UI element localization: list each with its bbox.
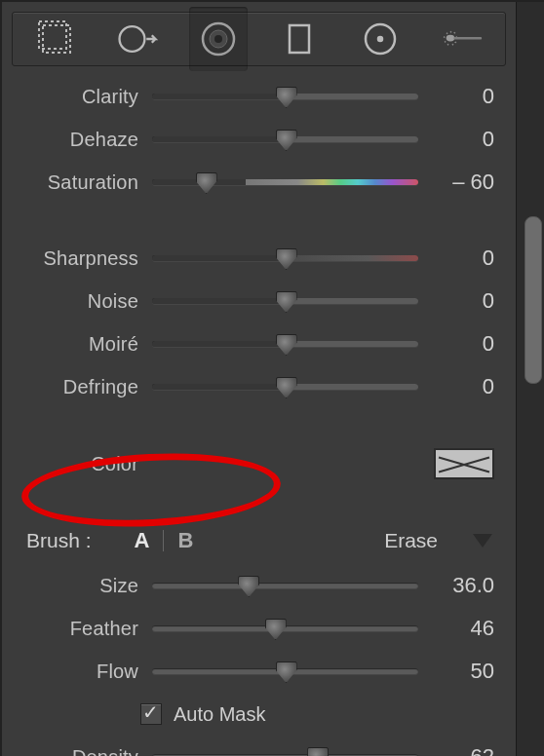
density-value[interactable]: 62: [432, 744, 494, 756]
erase-button[interactable]: Erase: [384, 529, 438, 552]
red-eye-tool[interactable]: [189, 13, 248, 65]
svg-point-8: [378, 37, 382, 41]
sharpness-value[interactable]: 0: [432, 246, 494, 271]
defringe-value[interactable]: 0: [432, 374, 494, 399]
sharpness-label: Sharpness: [2, 247, 152, 270]
dehaze-label: Dehaze: [2, 129, 152, 151]
defringe-label: Defringe: [2, 376, 152, 398]
sharpness-slider[interactable]: [152, 246, 418, 270]
moire-row: Moiré 0: [2, 329, 494, 359]
svg-point-16: [447, 44, 448, 45]
color-label: Color: [2, 453, 152, 475]
noise-slider[interactable]: [152, 289, 418, 313]
clarity-row: Clarity 0: [2, 82, 494, 111]
adjustment-brush-tool[interactable]: [432, 13, 490, 65]
automask-checkbox[interactable]: [140, 703, 162, 725]
svg-point-18: [446, 35, 454, 42]
clarity-label: Clarity: [2, 86, 152, 108]
dehaze-slider[interactable]: [152, 128, 418, 151]
svg-point-2: [120, 26, 145, 52]
noise-value[interactable]: 0: [432, 288, 494, 314]
defringe-slider[interactable]: [152, 375, 418, 398]
saturation-value[interactable]: – 60: [432, 170, 494, 195]
size-slider[interactable]: [152, 574, 418, 597]
radial-filter-tool[interactable]: [351, 13, 409, 65]
brush-tabs: A B: [121, 528, 208, 553]
saturation-row: Saturation – 60: [2, 168, 494, 197]
automask-label: Auto Mask: [174, 703, 265, 726]
color-row: Color: [2, 448, 494, 479]
svg-point-5: [214, 35, 222, 43]
svg-point-10: [450, 31, 451, 32]
svg-point-14: [445, 41, 446, 42]
svg-point-12: [444, 37, 445, 38]
crop-tool[interactable]: [27, 13, 86, 65]
svg-point-15: [454, 42, 455, 43]
svg-point-3: [203, 23, 234, 55]
sharpness-row: Sharpness 0: [2, 244, 494, 273]
flow-label: Flow: [2, 661, 152, 683]
automask-row: Auto Mask: [2, 699, 494, 729]
dehaze-value[interactable]: 0: [432, 127, 494, 152]
brush-panel: Clarity 0 Dehaze 0 Saturation: [2, 2, 517, 756]
saturation-label: Saturation: [2, 171, 152, 194]
dehaze-row: Dehaze 0: [2, 125, 494, 154]
saturation-slider[interactable]: [152, 170, 418, 194]
brush-tab-a[interactable]: A: [121, 528, 164, 553]
brush-label: Brush :: [26, 529, 92, 552]
spot-removal-tool[interactable]: [108, 13, 167, 65]
moire-value[interactable]: 0: [432, 331, 494, 357]
svg-point-11: [453, 32, 454, 33]
svg-rect-19: [453, 37, 482, 39]
defringe-row: Defringe 0: [2, 372, 494, 401]
svg-point-17: [451, 44, 452, 45]
density-row: Density 62: [2, 742, 494, 756]
flow-value[interactable]: 50: [432, 659, 494, 684]
svg-rect-6: [290, 25, 309, 53]
color-swatch[interactable]: [434, 448, 494, 479]
tool-strip: [12, 12, 506, 66]
moire-slider[interactable]: [152, 332, 418, 356]
svg-point-9: [447, 33, 447, 34]
brush-tab-b[interactable]: B: [164, 528, 207, 553]
size-row: Size 36.0: [2, 571, 494, 600]
density-label: Density: [2, 746, 152, 757]
scrollbar-thumb[interactable]: [525, 216, 542, 384]
flow-row: Flow 50: [2, 657, 494, 686]
clarity-value[interactable]: 0: [432, 84, 494, 109]
flow-slider[interactable]: [152, 660, 418, 683]
brush-header: Brush : A B Erase: [2, 524, 494, 557]
feather-label: Feather: [2, 618, 152, 640]
size-label: Size: [2, 575, 152, 597]
feather-row: Feather 46: [2, 614, 494, 643]
noise-row: Noise 0: [2, 286, 494, 316]
clarity-slider[interactable]: [152, 85, 418, 108]
feather-slider[interactable]: [152, 617, 418, 640]
scrollbar-track[interactable]: [516, 2, 544, 756]
graduated-filter-tool[interactable]: [270, 13, 329, 65]
feather-value[interactable]: 46: [432, 616, 494, 641]
noise-label: Noise: [2, 290, 152, 313]
moire-label: Moiré: [2, 333, 152, 356]
density-slider[interactable]: [152, 745, 418, 756]
size-value[interactable]: 36.0: [432, 573, 494, 598]
svg-point-4: [210, 30, 227, 48]
disclosure-triangle-icon[interactable]: [473, 534, 492, 548]
